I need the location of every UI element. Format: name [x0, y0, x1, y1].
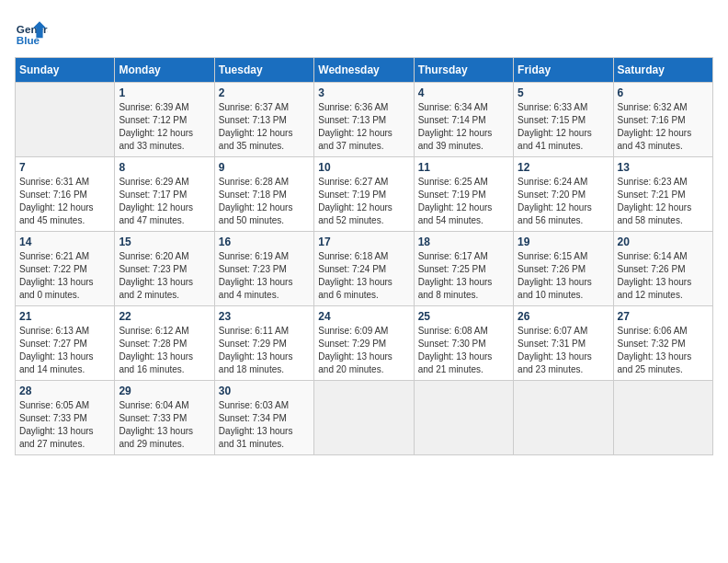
- day-info: Sunrise: 6:25 AMSunset: 7:19 PMDaylight:…: [418, 176, 509, 227]
- day-number: 9: [219, 161, 310, 174]
- column-header-friday: Friday: [514, 58, 613, 83]
- calendar-cell: [514, 381, 613, 455]
- calendar-cell: 17Sunrise: 6:18 AMSunset: 7:24 PMDayligh…: [314, 232, 414, 306]
- day-number: 27: [618, 310, 709, 323]
- day-info: Sunrise: 6:03 AMSunset: 7:34 PMDaylight:…: [219, 399, 310, 451]
- day-info: Sunrise: 6:12 AMSunset: 7:28 PMDaylight:…: [119, 325, 210, 376]
- calendar-cell: 24Sunrise: 6:09 AMSunset: 7:29 PMDayligh…: [314, 306, 414, 381]
- calendar-cell: 9Sunrise: 6:28 AMSunset: 7:18 PMDaylight…: [214, 157, 313, 232]
- day-number: 18: [418, 236, 509, 248]
- logo: General Blue: [15, 15, 51, 48]
- day-info: Sunrise: 6:32 AMSunset: 7:16 PMDaylight:…: [618, 101, 709, 153]
- day-number: 23: [219, 310, 310, 323]
- calendar-cell: 5Sunrise: 6:33 AMSunset: 7:15 PMDaylight…: [514, 83, 613, 157]
- day-info: Sunrise: 6:07 AMSunset: 7:31 PMDaylight:…: [518, 325, 609, 376]
- calendar-cell: 18Sunrise: 6:17 AMSunset: 7:25 PMDayligh…: [414, 232, 513, 306]
- day-info: Sunrise: 6:24 AMSunset: 7:20 PMDaylight:…: [518, 176, 609, 227]
- calendar-cell: 30Sunrise: 6:03 AMSunset: 7:34 PMDayligh…: [214, 381, 313, 455]
- day-number: 28: [19, 385, 110, 397]
- day-info: Sunrise: 6:11 AMSunset: 7:29 PMDaylight:…: [219, 325, 310, 376]
- day-info: Sunrise: 6:06 AMSunset: 7:32 PMDaylight:…: [618, 325, 709, 376]
- calendar-cell: [16, 83, 115, 157]
- column-header-tuesday: Tuesday: [214, 58, 313, 83]
- column-header-wednesday: Wednesday: [314, 58, 414, 83]
- calendar-cell: 27Sunrise: 6:06 AMSunset: 7:32 PMDayligh…: [613, 306, 712, 381]
- calendar-cell: 21Sunrise: 6:13 AMSunset: 7:27 PMDayligh…: [16, 306, 115, 381]
- day-info: Sunrise: 6:37 AMSunset: 7:13 PMDaylight:…: [219, 101, 310, 153]
- calendar-cell: 16Sunrise: 6:19 AMSunset: 7:23 PMDayligh…: [214, 232, 313, 306]
- day-info: Sunrise: 6:20 AMSunset: 7:23 PMDaylight:…: [119, 250, 210, 302]
- day-number: 30: [219, 385, 310, 397]
- page-header: General Blue: [15, 15, 713, 48]
- day-number: 5: [518, 86, 609, 99]
- day-number: 11: [418, 161, 509, 174]
- calendar-cell: [414, 381, 513, 455]
- day-info: Sunrise: 6:28 AMSunset: 7:18 PMDaylight:…: [219, 176, 310, 227]
- day-number: 6: [618, 86, 709, 99]
- day-info: Sunrise: 6:36 AMSunset: 7:13 PMDaylight:…: [318, 101, 409, 153]
- day-info: Sunrise: 6:08 AMSunset: 7:30 PMDaylight:…: [418, 325, 509, 376]
- calendar-cell: 7Sunrise: 6:31 AMSunset: 7:16 PMDaylight…: [16, 157, 115, 232]
- calendar-cell: 22Sunrise: 6:12 AMSunset: 7:28 PMDayligh…: [115, 306, 214, 381]
- calendar-cell: 6Sunrise: 6:32 AMSunset: 7:16 PMDaylight…: [613, 83, 712, 157]
- day-number: 12: [518, 161, 609, 174]
- day-number: 24: [318, 310, 409, 323]
- day-number: 22: [119, 310, 210, 323]
- calendar-cell: 26Sunrise: 6:07 AMSunset: 7:31 PMDayligh…: [514, 306, 613, 381]
- day-number: 2: [219, 86, 310, 99]
- calendar-cell: 19Sunrise: 6:15 AMSunset: 7:26 PMDayligh…: [514, 232, 613, 306]
- day-number: 8: [119, 161, 210, 174]
- day-number: 29: [119, 385, 210, 397]
- day-info: Sunrise: 6:09 AMSunset: 7:29 PMDaylight:…: [318, 325, 409, 376]
- day-number: 25: [418, 310, 509, 323]
- day-number: 14: [19, 236, 110, 248]
- calendar-cell: [314, 381, 414, 455]
- day-info: Sunrise: 6:13 AMSunset: 7:27 PMDaylight:…: [19, 325, 110, 376]
- calendar-cell: 4Sunrise: 6:34 AMSunset: 7:14 PMDaylight…: [414, 83, 513, 157]
- calendar-cell: 15Sunrise: 6:20 AMSunset: 7:23 PMDayligh…: [115, 232, 214, 306]
- day-info: Sunrise: 6:15 AMSunset: 7:26 PMDaylight:…: [518, 250, 609, 302]
- calendar-cell: 13Sunrise: 6:23 AMSunset: 7:21 PMDayligh…: [613, 157, 712, 232]
- calendar-cell: 25Sunrise: 6:08 AMSunset: 7:30 PMDayligh…: [414, 306, 513, 381]
- day-number: 1: [119, 86, 210, 99]
- day-number: 19: [518, 236, 609, 248]
- day-number: 13: [618, 161, 709, 174]
- day-number: 16: [219, 236, 310, 248]
- day-info: Sunrise: 6:17 AMSunset: 7:25 PMDaylight:…: [418, 250, 509, 302]
- calendar-cell: 20Sunrise: 6:14 AMSunset: 7:26 PMDayligh…: [613, 232, 712, 306]
- column-header-thursday: Thursday: [414, 58, 513, 83]
- calendar-cell: 14Sunrise: 6:21 AMSunset: 7:22 PMDayligh…: [16, 232, 115, 306]
- calendar-cell: 29Sunrise: 6:04 AMSunset: 7:33 PMDayligh…: [115, 381, 214, 455]
- day-info: Sunrise: 6:34 AMSunset: 7:14 PMDaylight:…: [418, 101, 509, 153]
- column-header-monday: Monday: [115, 58, 214, 83]
- calendar-cell: 2Sunrise: 6:37 AMSunset: 7:13 PMDaylight…: [214, 83, 313, 157]
- day-number: 10: [318, 161, 409, 174]
- calendar-cell: 10Sunrise: 6:27 AMSunset: 7:19 PMDayligh…: [314, 157, 414, 232]
- logo-icon: General Blue: [15, 15, 48, 48]
- day-number: 20: [618, 236, 709, 248]
- calendar-cell: 1Sunrise: 6:39 AMSunset: 7:12 PMDaylight…: [115, 83, 214, 157]
- column-header-saturday: Saturday: [613, 58, 712, 83]
- day-info: Sunrise: 6:04 AMSunset: 7:33 PMDaylight:…: [119, 399, 210, 451]
- day-info: Sunrise: 6:29 AMSunset: 7:17 PMDaylight:…: [119, 176, 210, 227]
- day-info: Sunrise: 6:19 AMSunset: 7:23 PMDaylight:…: [219, 250, 310, 302]
- day-number: 3: [318, 86, 409, 99]
- calendar-cell: 23Sunrise: 6:11 AMSunset: 7:29 PMDayligh…: [214, 306, 313, 381]
- calendar-cell: 28Sunrise: 6:05 AMSunset: 7:33 PMDayligh…: [16, 381, 115, 455]
- calendar-cell: 8Sunrise: 6:29 AMSunset: 7:17 PMDaylight…: [115, 157, 214, 232]
- day-info: Sunrise: 6:31 AMSunset: 7:16 PMDaylight:…: [19, 176, 110, 227]
- day-number: 17: [318, 236, 409, 248]
- day-number: 7: [19, 161, 110, 174]
- day-info: Sunrise: 6:21 AMSunset: 7:22 PMDaylight:…: [19, 250, 110, 302]
- day-info: Sunrise: 6:33 AMSunset: 7:15 PMDaylight:…: [518, 101, 609, 153]
- day-number: 26: [518, 310, 609, 323]
- day-info: Sunrise: 6:27 AMSunset: 7:19 PMDaylight:…: [318, 176, 409, 227]
- calendar-cell: [613, 381, 712, 455]
- day-number: 4: [418, 86, 509, 99]
- calendar-cell: 12Sunrise: 6:24 AMSunset: 7:20 PMDayligh…: [514, 157, 613, 232]
- day-info: Sunrise: 6:05 AMSunset: 7:33 PMDaylight:…: [19, 399, 110, 451]
- day-info: Sunrise: 6:39 AMSunset: 7:12 PMDaylight:…: [119, 101, 210, 153]
- day-number: 21: [19, 310, 110, 323]
- day-number: 15: [119, 236, 210, 248]
- day-info: Sunrise: 6:18 AMSunset: 7:24 PMDaylight:…: [318, 250, 409, 302]
